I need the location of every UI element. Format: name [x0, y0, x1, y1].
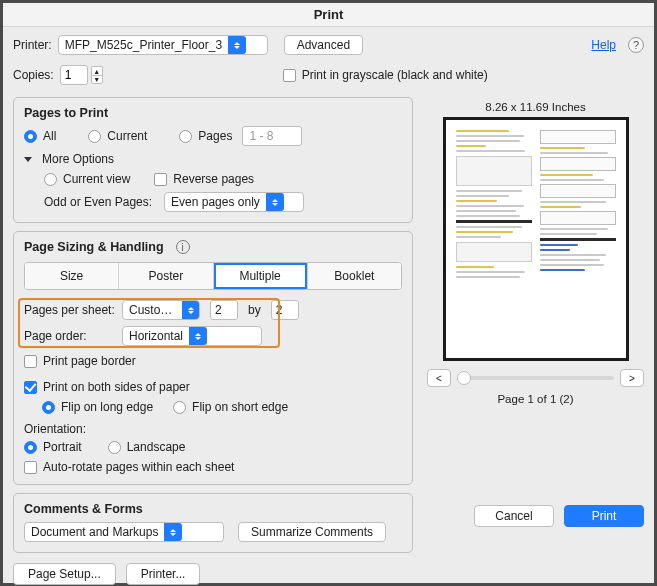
- preview-slider[interactable]: [457, 376, 614, 380]
- summarize-comments-button[interactable]: Summarize Comments: [238, 522, 386, 542]
- print-button[interactable]: Print: [564, 505, 644, 527]
- landscape-label: Landscape: [127, 440, 186, 454]
- more-options-label: More Options: [42, 152, 114, 166]
- flip-short-edge-label: Flip on short edge: [192, 400, 288, 414]
- both-sides-checkbox[interactable]: [24, 381, 37, 394]
- seg-booklet[interactable]: Booklet: [308, 263, 401, 289]
- stepper-down-icon[interactable]: ▼: [91, 75, 103, 84]
- chevron-updown-icon: [182, 301, 199, 319]
- pps-rows-input[interactable]: 2: [271, 300, 299, 320]
- pages-pages-label: Pages: [198, 129, 232, 143]
- auto-rotate-checkbox[interactable]: [24, 461, 37, 474]
- preview-size-label: 8.26 x 11.69 Inches: [485, 101, 585, 113]
- chevron-updown-icon: [266, 193, 284, 211]
- pages-all-label: All: [43, 129, 56, 143]
- seg-size[interactable]: Size: [25, 263, 119, 289]
- current-view-label: Current view: [63, 172, 130, 186]
- preview-next-button[interactable]: >: [620, 369, 644, 387]
- slider-thumb[interactable]: [457, 371, 471, 385]
- chevron-updown-icon: [164, 523, 182, 541]
- pages-range-input[interactable]: 1 - 8: [242, 126, 302, 146]
- orientation-label: Orientation:: [24, 422, 402, 436]
- disclosure-triangle-icon[interactable]: [24, 157, 32, 162]
- seg-multiple[interactable]: Multiple: [214, 263, 308, 289]
- preview-prev-button[interactable]: <: [427, 369, 451, 387]
- page-sizing-title: Page Sizing & Handling: [24, 240, 164, 254]
- current-view-radio[interactable]: [44, 173, 57, 186]
- pages-per-sheet-select[interactable]: Custom...: [122, 300, 200, 320]
- pages-current-radio[interactable]: [88, 130, 101, 143]
- print-page-border-label: Print page border: [43, 354, 136, 368]
- comments-select[interactable]: Document and Markups: [24, 522, 224, 542]
- help-link[interactable]: Help: [591, 38, 616, 52]
- reverse-pages-label: Reverse pages: [173, 172, 254, 186]
- landscape-radio[interactable]: [108, 441, 121, 454]
- print-page-border-checkbox[interactable]: [24, 355, 37, 368]
- auto-rotate-label: Auto-rotate pages within each sheet: [43, 460, 234, 474]
- preview-area: 8.26 x 11.69 Inches: [427, 97, 644, 527]
- pages-to-print-section: Pages to Print All Current Pages 1 - 8: [13, 97, 413, 223]
- comments-section: Comments & Forms Document and Markups Su…: [13, 493, 413, 553]
- preview-page: [443, 117, 629, 361]
- portrait-radio[interactable]: [24, 441, 37, 454]
- pages-per-sheet-label: Pages per sheet:: [24, 303, 116, 317]
- stepper-up-icon[interactable]: ▲: [91, 66, 103, 75]
- print-dialog: Print Printer: MFP_M525c_Printer_Floor_3…: [0, 0, 657, 586]
- copies-stepper[interactable]: ▲▼: [60, 65, 103, 85]
- grayscale-checkbox[interactable]: [283, 69, 296, 82]
- portrait-label: Portrait: [43, 440, 82, 454]
- odd-even-label: Odd or Even Pages:: [44, 195, 152, 209]
- printer-select[interactable]: MFP_M525c_Printer_Floor_3: [58, 35, 268, 55]
- flip-short-edge-radio[interactable]: [173, 401, 186, 414]
- page-setup-button[interactable]: Page Setup...: [13, 563, 116, 585]
- grayscale-label: Print in grayscale (black and white): [302, 68, 488, 82]
- pages-pages-radio[interactable]: [179, 130, 192, 143]
- pages-to-print-title: Pages to Print: [24, 106, 402, 120]
- comments-title: Comments & Forms: [24, 502, 402, 516]
- page-sizing-section: Page Sizing & Handling i Size Poster Mul…: [13, 231, 413, 485]
- page-order-label: Page order:: [24, 329, 116, 343]
- preview-page-info: Page 1 of 1 (2): [497, 393, 573, 405]
- page-order-select[interactable]: Horizontal: [122, 326, 262, 346]
- odd-even-select[interactable]: Even pages only: [164, 192, 304, 212]
- pps-cols-input[interactable]: 2: [210, 300, 238, 320]
- reverse-pages-checkbox[interactable]: [154, 173, 167, 186]
- both-sides-label: Print on both sides of paper: [43, 380, 190, 394]
- seg-poster[interactable]: Poster: [119, 263, 213, 289]
- printer-label: Printer:: [13, 38, 52, 52]
- pages-all-radio[interactable]: [24, 130, 37, 143]
- flip-long-edge-label: Flip on long edge: [61, 400, 153, 414]
- advanced-button[interactable]: Advanced: [284, 35, 363, 55]
- help-icon[interactable]: ?: [628, 37, 644, 53]
- pages-current-label: Current: [107, 129, 147, 143]
- printer-button[interactable]: Printer...: [126, 563, 201, 585]
- flip-long-edge-radio[interactable]: [42, 401, 55, 414]
- chevron-updown-icon: [189, 327, 207, 345]
- printer-value: MFP_M525c_Printer_Floor_3: [65, 38, 222, 52]
- by-label: by: [248, 303, 261, 317]
- chevron-updown-icon: [228, 36, 246, 54]
- window-title: Print: [314, 7, 344, 22]
- copies-label: Copies:: [13, 68, 54, 82]
- cancel-button[interactable]: Cancel: [474, 505, 554, 527]
- titlebar: Print: [3, 3, 654, 27]
- info-icon[interactable]: i: [176, 240, 190, 254]
- copies-input[interactable]: [60, 65, 88, 85]
- sizing-segmented: Size Poster Multiple Booklet: [24, 262, 402, 290]
